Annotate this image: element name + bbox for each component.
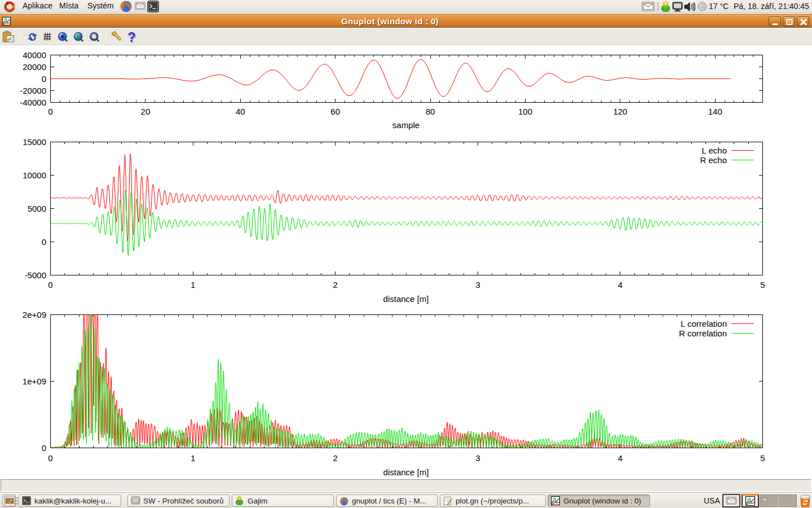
svg-text:-40000: -40000: [20, 98, 46, 107]
svg-text:5: 5: [760, 453, 765, 463]
svg-text:0: 0: [42, 237, 46, 247]
svg-text:0: 0: [48, 453, 52, 463]
svg-text:3: 3: [475, 453, 480, 463]
svg-text:40: 40: [236, 107, 245, 116]
svg-text:20: 20: [141, 107, 151, 116]
svg-text:0: 0: [48, 280, 52, 290]
svg-text:40000: 40000: [23, 50, 46, 60]
svg-text:0: 0: [42, 74, 46, 84]
svg-text:4: 4: [618, 280, 623, 290]
svg-text:R echo: R echo: [700, 155, 727, 165]
svg-text:3: 3: [475, 280, 480, 290]
svg-text:10000: 10000: [23, 170, 46, 180]
svg-text:L echo: L echo: [702, 146, 727, 155]
svg-text:distance [m]: distance [m]: [383, 294, 429, 304]
svg-text:1: 1: [191, 453, 195, 463]
svg-text:R correlation: R correlation: [679, 329, 727, 338]
svg-text:L correlation: L correlation: [681, 319, 727, 329]
svg-text:120: 120: [613, 107, 627, 116]
svg-text:1e+09: 1e+09: [23, 376, 46, 386]
svg-text:5: 5: [760, 280, 765, 290]
svg-text:60: 60: [330, 107, 340, 116]
svg-text:80: 80: [426, 107, 435, 116]
svg-text:20000: 20000: [23, 62, 46, 72]
svg-text:100: 100: [518, 107, 532, 116]
svg-text:1: 1: [191, 280, 195, 290]
svg-text:140: 140: [708, 107, 722, 116]
svg-text:4: 4: [618, 453, 623, 463]
svg-text:2: 2: [333, 453, 338, 463]
svg-text:-20000: -20000: [20, 86, 46, 95]
svg-text:2e+09: 2e+09: [23, 310, 46, 319]
svg-text:-5000: -5000: [25, 270, 46, 280]
svg-text:0: 0: [42, 443, 46, 453]
svg-text:sample: sample: [392, 120, 420, 130]
svg-text:distance [m]: distance [m]: [383, 467, 429, 477]
svg-text:15000: 15000: [23, 137, 46, 147]
svg-text:5000: 5000: [28, 204, 46, 213]
svg-text:2: 2: [333, 280, 338, 290]
svg-text:0: 0: [48, 107, 52, 116]
